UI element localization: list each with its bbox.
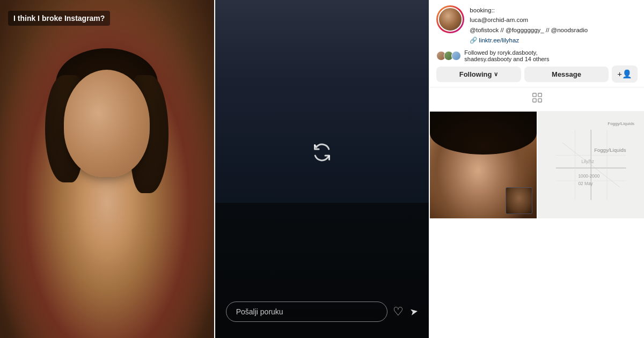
face-overlay — [32, 43, 182, 268]
heart-icon[interactable]: ♡ — [393, 305, 404, 319]
post-hair-overlay — [430, 112, 536, 154]
profile-top-section: booking:: luca@orchid-am.com @tofistock … — [430, 0, 644, 87]
message-placeholder-text: Pošalji poruku — [236, 307, 283, 316]
add-person-icon: +👤 — [617, 69, 632, 78]
posts-grid: Foggy/Liquids Foggy/Liquids 1000-2000 02… — [430, 112, 644, 338]
map-sketch: Foggy/Liquids Foggy/Liquids 1000-2000 02… — [543, 117, 639, 213]
message-button-label: Message — [552, 70, 581, 78]
bio-handles: @tofistock // @foggggggy_ // @noodsradio — [470, 27, 588, 33]
svg-text:1000-2000: 1000-2000 — [578, 173, 599, 179]
followed-by-section: Followed by roryk.dasbooty, shadesy.dasb… — [436, 49, 638, 62]
bio-link[interactable]: 🔗 linktr.ee/lilyhaz — [470, 36, 638, 45]
caption-text: I think I broke Instagram? — [13, 14, 105, 23]
svg-rect-0 — [532, 93, 536, 97]
grid-layout-icon — [531, 92, 543, 107]
follower-avatar-stack — [436, 51, 461, 61]
bio-booking: booking:: luca@orchid-am.com @tofistock … — [470, 5, 638, 35]
chevron-down-icon: ∨ — [494, 71, 498, 78]
svg-rect-1 — [538, 93, 541, 97]
send-icon[interactable]: ➤ — [409, 305, 420, 318]
link-chain-icon: 🔗 — [470, 36, 477, 45]
post-cell-1[interactable] — [430, 112, 536, 218]
svg-rect-2 — [532, 99, 536, 102]
face-oval — [64, 70, 150, 177]
panel-instagram-story: Pošalji poruku ♡ ➤ — [215, 0, 429, 338]
reload-svg — [312, 143, 332, 162]
profile-action-buttons: Following ∨ Message +👤 — [436, 65, 638, 83]
message-action-icons: ♡ ➤ — [393, 305, 418, 319]
following-button[interactable]: Following ∨ — [436, 67, 521, 82]
panel-instagram-profile: booking:: luca@orchid-am.com @tofistock … — [430, 0, 644, 338]
map-title-label: Foggy/Liquids — [608, 121, 634, 126]
profile-bio: booking:: luca@orchid-am.com @tofistock … — [470, 5, 638, 45]
svg-text:Foggy/Liquids: Foggy/Liquids — [594, 148, 626, 153]
story-top-half — [215, 0, 429, 203]
svg-rect-3 — [538, 99, 541, 102]
profile-header: booking:: luca@orchid-am.com @tofistock … — [436, 5, 638, 45]
followed-by-text: Followed by roryk.dasbooty, shadesy.dasb… — [464, 49, 549, 62]
add-person-button[interactable]: +👤 — [612, 65, 638, 83]
booking-label: booking:: — [470, 7, 495, 13]
follower-avatar-3 — [451, 51, 461, 61]
followed-by-line2: shadesy.dasbooty and 14 others — [464, 56, 549, 62]
video-caption: I think I broke Instagram? — [8, 11, 110, 26]
following-button-label: Following — [459, 70, 492, 78]
message-button[interactable]: Message — [524, 67, 609, 82]
svg-text:02 May: 02 May — [578, 181, 593, 187]
map-svg: Foggy/Liquids 1000-2000 02 May Lily/hz — [543, 117, 639, 213]
mini-face — [506, 188, 532, 214]
profile-avatar[interactable] — [436, 5, 464, 33]
reload-icon[interactable] — [311, 142, 333, 163]
link-text: linktr.ee/lilyhaz — [479, 36, 519, 45]
svg-text:Lily/hz: Lily/hz — [581, 159, 594, 164]
message-input-field[interactable]: Pošalji poruku — [226, 302, 388, 322]
message-bar[interactable]: Pošalji poruku ♡ ➤ — [226, 302, 419, 322]
bio-email: luca@orchid-am.com — [470, 17, 528, 23]
panel-tiktok-video: I think I broke Instagram? — [0, 0, 214, 338]
followed-by-line1: Followed by roryk.dasbooty, — [464, 49, 537, 56]
post-cell-2[interactable]: Foggy/Liquids Foggy/Liquids 1000-2000 02… — [538, 112, 644, 218]
post-mini-thumbnail — [506, 187, 532, 214]
avatar-image — [438, 7, 463, 32]
grid-view-tab[interactable] — [430, 87, 644, 112]
